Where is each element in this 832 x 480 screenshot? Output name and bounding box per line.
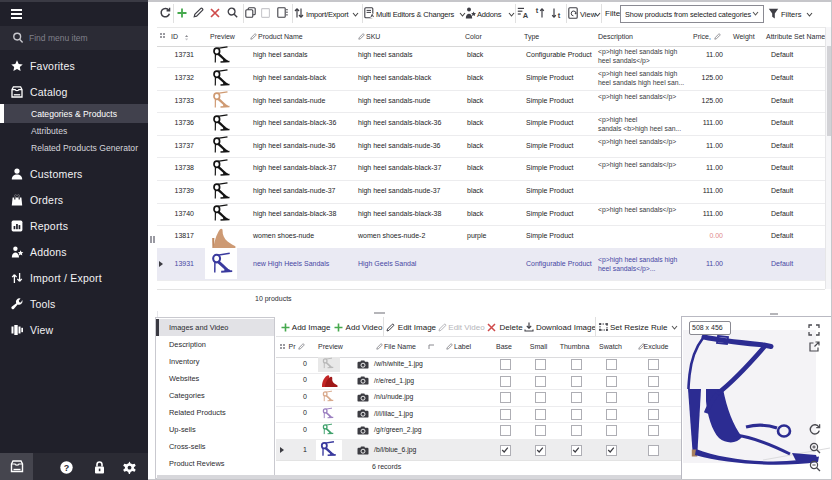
svg-text:A: A (523, 11, 529, 19)
svg-text:?: ? (64, 463, 70, 473)
svg-text:t: t (536, 7, 539, 15)
svg-text:t: t (558, 11, 561, 19)
